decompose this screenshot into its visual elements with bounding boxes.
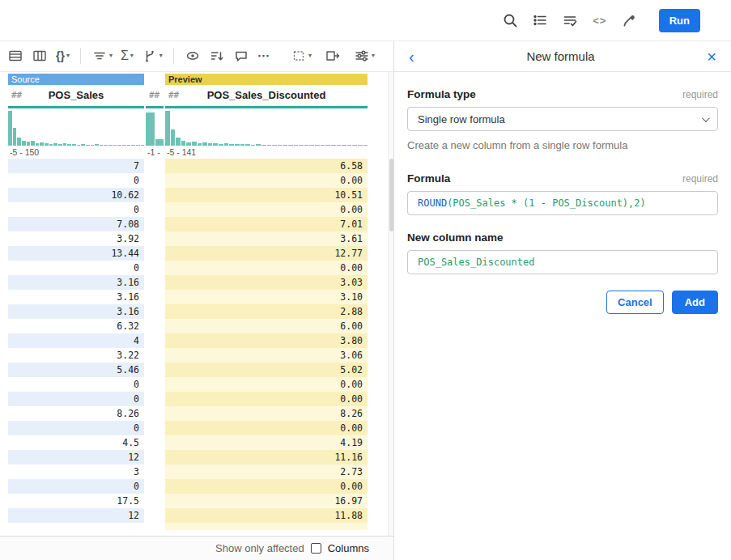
preview-cell[interactable]: 5.02 [165,363,368,377]
source-cell[interactable]: 0 [8,377,144,392]
preview-cell[interactable]: 0.00 [165,421,368,435]
top-bar: <> Run [0,0,731,40]
chevron-down-icon [702,114,710,122]
preview-cell[interactable]: 3.10 [165,290,368,304]
preview-cell[interactable]: 6.58 [165,159,368,173]
new-formula-panel: ‹ New formula × Formula type required Si… [393,41,731,560]
formula-type-select[interactable]: Single row formula [407,107,718,131]
source-cell[interactable]: 0 [8,261,144,275]
source-cell[interactable]: 3.16 [8,290,144,304]
source-cell[interactable]: 3.16 [8,275,144,290]
histogram-bar [131,145,135,146]
comment-icon[interactable] [231,46,252,66]
source-cell[interactable]: 17.5 [8,494,144,508]
histogram-bar [100,145,104,146]
search-icon[interactable] [501,11,519,29]
sort-icon[interactable] [206,46,227,66]
columns-checkbox[interactable] [311,543,321,554]
source-cell[interactable]: 0 [8,392,144,406]
preview-cell[interactable]: 8.26 [165,406,368,421]
preview-cell[interactable]: 2.73 [165,465,368,479]
source-cell[interactable]: 5.46 [8,363,144,377]
source-cell[interactable]: 3.16 [8,304,144,319]
preview-cell[interactable]: 11.88 [165,508,368,523]
braces-menu-button[interactable]: {} ▾ [53,48,72,64]
preview-cell[interactable]: 0.00 [165,202,368,217]
filter-menu-button[interactable]: ▾ [89,46,115,66]
close-icon[interactable]: × [703,49,720,65]
source-cell[interactable]: 0 [8,202,144,217]
source-cell[interactable]: 12 [8,508,144,523]
preview-cell[interactable] [165,523,368,530]
formula-type-helper-text: Create a new column from a single row fo… [407,139,718,151]
eye-icon[interactable] [182,46,203,66]
source-cell[interactable]: 13.44 [8,246,144,261]
checked-list-icon[interactable] [561,11,579,29]
preview-cell[interactable]: 3.03 [165,275,368,290]
preview-cell[interactable]: 4.19 [165,435,368,450]
source-cell[interactable]: 8.26 [8,406,144,421]
source-cell[interactable]: 3.92 [8,231,144,246]
more-actions-button[interactable]: ⋯ [255,47,273,65]
preview-cell[interactable]: 0.00 [165,261,368,275]
preview-cell[interactable]: 2.88 [165,304,368,319]
preview-cell[interactable]: 0.00 [165,173,368,188]
run-button[interactable]: Run [659,9,700,32]
histogram-bar [321,145,325,146]
source-cell[interactable]: 3 [8,465,144,479]
preview-cell[interactable]: 0.00 [165,479,368,494]
back-icon[interactable]: ‹ [406,49,418,65]
formula-input[interactable]: ROUND (POS_Sales * (1 - POS_Discount),2) [407,191,718,215]
new-column-name-input[interactable]: POS_Sales_Discounted [407,250,718,274]
formula-menu-button[interactable]: Σ ▾ [118,47,136,65]
show-only-affected-label[interactable]: Show only affected [215,542,304,554]
selection-mode-button[interactable]: ▾ [288,46,314,66]
preview-cell[interactable]: 12.77 [165,246,368,261]
preview-cell[interactable]: 16.97 [165,494,368,508]
preview-cell[interactable]: 6.00 [165,319,368,333]
source-column: Source ## POS_Sales -5 - 150 7010.6207.0… [8,74,144,530]
branch-menu-button[interactable]: ▾ [139,46,165,66]
source-cell[interactable]: 0 [8,173,144,188]
histogram-bar [108,145,113,146]
table-export-icon[interactable] [322,46,343,66]
source-cell[interactable]: 7.08 [8,217,144,231]
scrollbar-thumb[interactable] [389,159,393,231]
vertical-scrollbar[interactable] [388,72,393,536]
table-rows-icon[interactable] [5,46,26,66]
preview-cell[interactable]: 3.61 [165,231,368,246]
source-cell[interactable]: 12 [8,450,144,465]
eyedropper-icon[interactable] [621,11,639,29]
preview-cell[interactable]: 11.16 [165,450,368,465]
source-cell[interactable] [8,523,144,530]
display-settings-button[interactable]: ▾ [351,46,377,66]
preview-cell[interactable]: 0.00 [165,392,368,406]
source-cell[interactable]: 10.62 [8,188,144,202]
source-cell[interactable]: 4.5 [8,435,144,450]
source-cell[interactable]: 3.22 [8,348,144,363]
steps-list-icon[interactable] [531,11,549,29]
table-columns-icon[interactable] [29,46,50,66]
source-cell[interactable]: 0 [8,479,144,494]
histogram-bar [81,144,85,146]
preview-cell[interactable]: 10.51 [165,188,368,202]
source-cell[interactable]: 7 [8,159,144,173]
histogram-bar [245,144,250,146]
preview-cell[interactable]: 3.06 [165,348,368,363]
preview-cell[interactable]: 0.00 [165,377,368,392]
clipped-column-header[interactable]: ## [146,85,164,106]
source-column-header[interactable]: ## POS_Sales [8,85,144,106]
clipped-range-label: -1 - [146,146,164,159]
source-cell[interactable]: 0 [8,421,144,435]
add-button[interactable]: Add [672,291,718,314]
preview-cell[interactable]: 3.80 [165,333,368,348]
cancel-button[interactable]: Cancel [606,291,664,314]
source-cell[interactable]: 4 [8,333,144,348]
code-icon[interactable]: <> [591,11,609,29]
formula-type-selected-value: Single row formula [418,113,505,125]
numeric-type-icon: ## [11,90,22,100]
preview-cell[interactable]: 7.01 [165,217,368,231]
histogram-bar [58,144,62,146]
source-cell[interactable]: 6.32 [8,319,144,333]
preview-column-header[interactable]: ## POS_Sales_Discounted [165,85,368,106]
